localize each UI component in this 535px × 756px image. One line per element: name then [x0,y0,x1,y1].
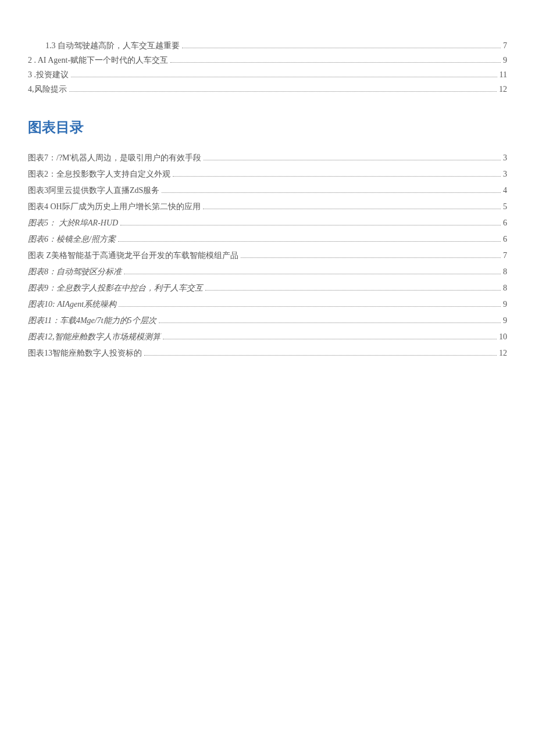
toc-dots [118,241,501,242]
toc-label: 图表5： 大於R埠AR-HUD [28,218,118,228]
toc-page: 5 [503,202,507,212]
content-toc-row[interactable]: 1.3 自动驾驶越高阶，人车交互越重要7 [28,41,507,51]
toc-page: 12 [499,349,507,358]
toc-page: 4 [503,186,507,195]
figure-toc-row[interactable]: 图表7：/?M'机器人周边，是吸引用户的有效手段3 [28,153,507,163]
toc-page: 7 [503,251,507,260]
toc-label: 图表12,智能座舱数字人市场规模测算 [28,332,160,342]
toc-label: 图表8：自动驾驶区分标准 [28,267,122,277]
figure-toc-row[interactable]: 图表8：自动驾驶区分标准8 [28,267,507,277]
toc-page: 9 [503,56,507,65]
figures-toc-section: 图表7：/?M'机器人周边，是吸引用户的有效手段3图表2：全息投影数字人支持自定… [28,153,507,359]
figure-toc-row[interactable]: 图表11：车载4Mge/7t能力的5个层次9 [28,316,507,326]
toc-label: 图表2：全息投影数字人支持自定义外观 [28,169,170,180]
figure-toc-row[interactable]: 图表4 OH际厂成为历史上用户增长第二快的应用5 [28,202,507,212]
content-toc-section: 1.3 自动驾驶越高阶，人车交互越重要72 . AI Agent-赋能下一个时代… [28,41,507,95]
content-toc-row[interactable]: 3 .投资建议11 [28,70,507,80]
toc-page: 10 [499,332,507,342]
toc-dots [119,306,501,307]
figure-toc-row[interactable]: 图表 Z美格智能基于高通骁龙平台开发的车载智能模组产品7 [28,250,507,261]
content-toc-row[interactable]: 2 . AI Agent-赋能下一个时代的人车交互9 [28,55,507,66]
toc-label: 图表13智能座舱数字人投资标的 [28,348,142,359]
toc-dots [182,48,501,48]
toc-label: 图表7：/?M'机器人周边，是吸引用户的有效手段 [28,153,201,163]
toc-label: 4,风险提示 [28,84,67,95]
toc-page: 11 [500,70,507,80]
toc-page: 8 [503,284,507,293]
toc-page: 3 [503,153,507,163]
content-toc-row[interactable]: 4,风险提示12 [28,84,507,95]
toc-dots [203,209,501,209]
toc-page: 6 [503,235,507,244]
toc-dots [170,62,501,63]
toc-dots [159,323,501,323]
toc-label: 图表3阿里云提供数字人直播ZdS服务 [28,185,159,196]
toc-page: 3 [503,170,507,179]
toc-dots [120,225,501,225]
toc-label: 图表 Z美格智能基于高通骁龙平台开发的车载智能模组产品 [28,250,238,261]
toc-page: 9 [503,316,507,325]
toc-dots [173,176,501,177]
toc-dots [163,339,497,339]
toc-dots [71,77,497,77]
figure-toc-row[interactable]: 图表13智能座舱数字人投资标的12 [28,348,507,359]
figure-toc-row[interactable]: 图表12,智能座舱数字人市场规模测算10 [28,332,507,342]
figures-toc-title: 图表目录 [28,118,507,137]
toc-dots [124,274,501,274]
toc-page: 6 [503,218,507,228]
toc-page: 9 [503,300,507,309]
toc-label: 3 .投资建议 [28,70,69,80]
toc-page: 7 [503,41,507,51]
toc-dots [205,290,501,291]
toc-label: 2 . AI Agent-赋能下一个时代的人车交互 [28,55,168,66]
figure-toc-row[interactable]: 图表5： 大於R埠AR-HUD6 [28,218,507,228]
figure-toc-row[interactable]: 图表3阿里云提供数字人直播ZdS服务4 [28,185,507,196]
toc-label: 图表10: AIAgent系统噪构 [28,299,116,310]
toc-page: 12 [499,85,507,94]
figure-toc-row[interactable]: 图表10: AIAgent系统噪构9 [28,299,507,310]
toc-dots [204,160,501,160]
figure-toc-row[interactable]: 图表9：全息数字人投影在中控台，利于人车交互8 [28,283,507,293]
figure-toc-row[interactable]: 图表2：全息投影数字人支持自定义外观3 [28,169,507,180]
toc-dots [69,91,497,92]
toc-page: 8 [503,267,507,277]
toc-label: 图表6：棱镜全息/照方案 [28,234,116,245]
toc-label: 图表9：全息数字人投影在中控台，利于人车交互 [28,283,203,293]
toc-dots [241,257,501,258]
toc-dots [144,355,497,356]
toc-dots [162,192,501,193]
toc-label: 图表4 OH际厂成为历史上用户增长第二快的应用 [28,202,201,212]
toc-label: 1.3 自动驾驶越高阶，人车交互越重要 [45,41,180,51]
figure-toc-row[interactable]: 图表6：棱镜全息/照方案6 [28,234,507,245]
toc-label: 图表11：车载4Mge/7t能力的5个层次 [28,316,156,326]
